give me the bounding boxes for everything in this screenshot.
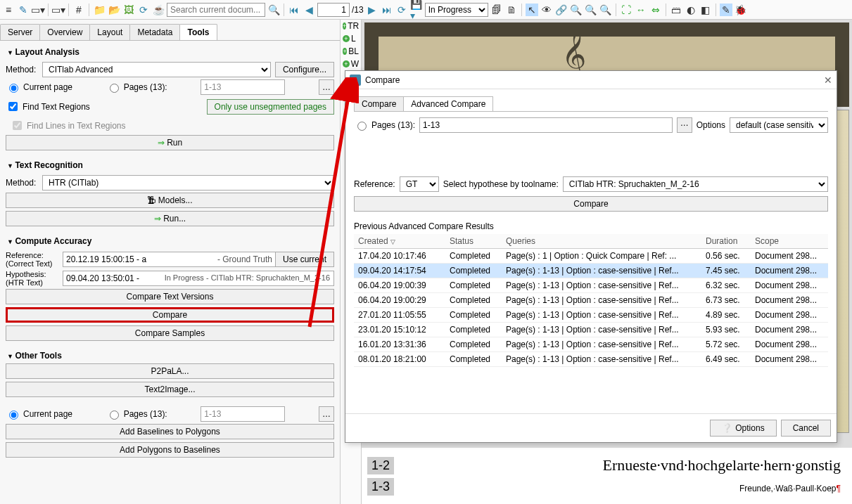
ot-pages-radio[interactable]: Pages (13):: [106, 408, 167, 420]
search-icon[interactable]: 🔍: [267, 4, 280, 16]
dlg-options-button[interactable]: ❔Options: [710, 420, 776, 437]
dlg-pages-input[interactable]: [419, 117, 673, 133]
folder2-icon[interactable]: 📂: [108, 4, 120, 16]
table-row[interactable]: 27.01.20 11:05:55CompletedPage(s) : 1-13…: [354, 308, 828, 323]
la-pages-browse[interactable]: …: [319, 79, 334, 95]
col-status[interactable]: Status: [445, 234, 502, 249]
only-unsegmented-button[interactable]: Only use unsegmented pages: [207, 99, 334, 115]
glasses-icon[interactable]: 🔗: [555, 4, 568, 16]
save-icon[interactable]: 💾▾: [410, 4, 423, 16]
tr-run-button[interactable]: ⇒ Run...: [6, 211, 334, 226]
table-row[interactable]: 08.01.20 18:21:00CompletedPage(s) : 1-13…: [354, 352, 828, 367]
models-button[interactable]: 🗜 Models...: [6, 193, 334, 208]
use-current-button[interactable]: Use current: [275, 252, 334, 267]
copy-icon[interactable]: 🗐: [490, 4, 503, 16]
la-run-button[interactable]: ⇒ Run: [6, 135, 334, 150]
eye-icon[interactable]: 👁: [540, 4, 553, 16]
tab-server[interactable]: Server: [0, 24, 40, 40]
screen-icon[interactable]: ▭▾: [52, 4, 65, 16]
col-queries[interactable]: Queries: [502, 234, 701, 249]
zoom-out-icon[interactable]: 🔍: [599, 4, 612, 16]
hypothesis-input[interactable]: [63, 271, 334, 286]
add-polygons-button[interactable]: Add Polygons to Baselines: [6, 442, 334, 458]
strip-w[interactable]: +W: [341, 58, 361, 70]
tab-layout[interactable]: Layout: [89, 24, 130, 40]
reload-icon[interactable]: ⟳: [395, 4, 408, 16]
fit-icon[interactable]: ⛶: [620, 4, 632, 16]
tab-metadata[interactable]: Metadata: [129, 24, 180, 40]
find-regions-checkbox[interactable]: Find Text Regions: [6, 100, 90, 113]
doc-icon[interactable]: 🗎: [505, 4, 518, 16]
la-pages-input[interactable]: [201, 79, 285, 95]
prev-page-icon[interactable]: ◀: [303, 4, 315, 16]
section-text-recognition[interactable]: Text Recognition: [6, 157, 334, 173]
binarize-icon[interactable]: ◧: [699, 4, 712, 16]
section-compute-accuracy[interactable]: Compute Accuracy: [6, 233, 334, 249]
coffee-icon[interactable]: ☕: [152, 4, 165, 16]
tab-overview[interactable]: Overview: [39, 24, 90, 40]
configure-button[interactable]: Configure...: [275, 62, 334, 77]
table-row[interactable]: 23.01.20 15:10:12CompletedPage(s) : 1-13…: [354, 323, 828, 337]
la-pages-radio[interactable]: Pages (13):: [106, 82, 167, 93]
page-dropdown-icon[interactable]: ▭▾: [32, 4, 44, 16]
tab-tools[interactable]: Tools: [179, 24, 217, 40]
la-method-select[interactable]: CITlab Advanced: [42, 62, 271, 77]
table-row[interactable]: 06.04.20 19:00:29CompletedPage(s) : 1-13…: [354, 293, 828, 308]
col-created[interactable]: Created ▽: [354, 234, 445, 249]
transcription-line[interactable]: Ernueste·vnd·hochgelarte·hern·gonstig: [401, 456, 846, 474]
table-row[interactable]: 17.04.20 10:17:46CompletedPage(s) : 1 | …: [354, 249, 828, 264]
fit-width-icon[interactable]: ↔: [635, 4, 647, 16]
ot-pages-browse[interactable]: …: [319, 406, 334, 422]
section-layout-analysis[interactable]: Layout Analysis: [6, 44, 334, 60]
search-input[interactable]: [167, 3, 265, 17]
bug-icon[interactable]: 🐞: [735, 4, 747, 16]
dlg-compare-button[interactable]: Compare: [354, 196, 828, 212]
close-icon[interactable]: ✕: [824, 75, 832, 86]
tr-method-select[interactable]: HTR (CITlab): [42, 175, 334, 190]
page-number-input[interactable]: [317, 3, 350, 17]
compare-button[interactable]: Compare: [6, 307, 334, 323]
strip-tr[interactable]: +TR: [341, 20, 361, 32]
zoom-icon[interactable]: 🔍: [570, 4, 583, 16]
status-select[interactable]: In Progress: [425, 3, 488, 17]
p2pala-button[interactable]: P2PaLA...: [6, 363, 334, 379]
ot-current-page-radio[interactable]: Current page: [6, 408, 72, 420]
fit-height-icon[interactable]: ⇔: [649, 4, 662, 16]
strip-bl[interactable]: +BL: [341, 45, 361, 58]
pen-icon[interactable]: ✎: [17, 4, 30, 16]
reference-input[interactable]: [63, 252, 282, 267]
refresh-icon[interactable]: ⟳: [137, 4, 150, 16]
dlg-options-select[interactable]: default (case sensitive): [730, 117, 828, 133]
zoom-in-icon[interactable]: 🔍: [585, 4, 597, 16]
image-icon[interactable]: 🖼: [122, 4, 135, 16]
dlg-reference-select[interactable]: GT: [400, 176, 439, 192]
strip-l[interactable]: +L: [341, 32, 361, 45]
dlg-cancel-button[interactable]: Cancel: [781, 420, 831, 437]
transcription-line[interactable]: Freunde,·Waß·Paull·Koep¶: [401, 477, 846, 496]
dlg-tab-compare[interactable]: Compare: [354, 96, 404, 111]
dlg-pages-radio[interactable]: Pages (13):: [354, 119, 415, 131]
dlg-hypothese-select[interactable]: CITlab HTR: Spruchakten_M_2-16: [563, 176, 828, 192]
edit-icon[interactable]: ✎: [720, 4, 732, 16]
add-baselines-button[interactable]: Add Baselines to Polygons: [6, 424, 334, 439]
col-scope[interactable]: Scope: [751, 234, 828, 249]
contrast-icon[interactable]: ◐: [685, 4, 697, 16]
last-page-icon[interactable]: ⏭: [381, 4, 393, 16]
dlg-tab-advanced[interactable]: Advanced Compare: [403, 96, 493, 111]
menu-icon[interactable]: ≡: [2, 4, 15, 16]
first-page-icon[interactable]: ⏮: [288, 4, 300, 16]
cursor-icon[interactable]: ↖: [526, 4, 538, 16]
la-current-page-radio[interactable]: Current page: [6, 82, 72, 93]
table-row[interactable]: 06.04.20 19:00:39CompletedPage(s) : 1-13…: [354, 278, 828, 293]
folder-icon[interactable]: 📁: [93, 4, 106, 16]
compare-versions-button[interactable]: Compare Text Versions: [6, 289, 334, 304]
text2image-button[interactable]: Text2Image...: [6, 382, 334, 397]
col-duration[interactable]: Duration: [701, 234, 751, 249]
table-row[interactable]: 16.01.20 13:31:36CompletedPage(s) : 1-13…: [354, 337, 828, 352]
layers-icon[interactable]: 🗃: [670, 4, 682, 16]
hash-icon[interactable]: #: [72, 4, 85, 16]
ot-pages-input[interactable]: [201, 406, 285, 422]
table-row[interactable]: 09.04.20 14:17:54CompletedPage(s) : 1-13…: [354, 264, 828, 278]
section-other-tools[interactable]: Other Tools: [6, 348, 334, 363]
compare-samples-button[interactable]: Compare Samples: [6, 325, 334, 341]
